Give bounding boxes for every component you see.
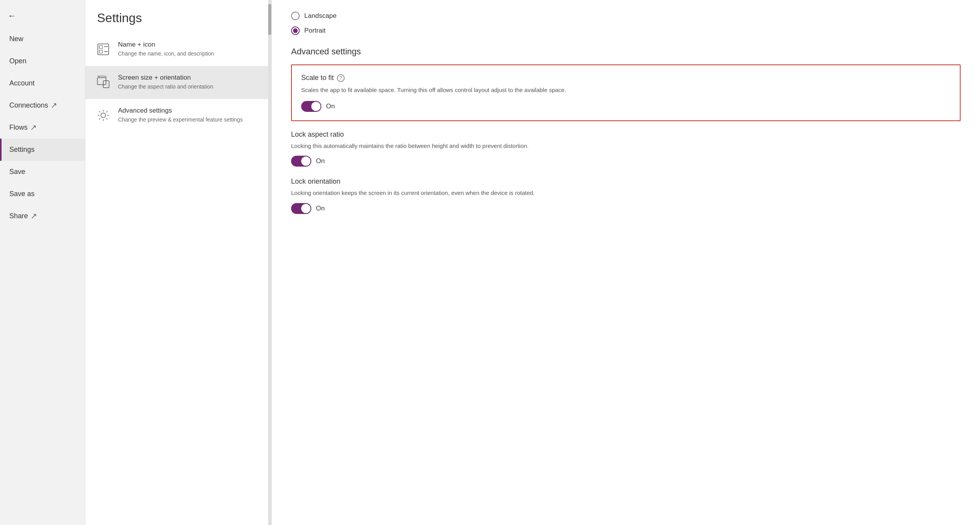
scale-to-fit-card: Scale to fit ? Scales the app to fit ava… (291, 64, 961, 121)
sidebar-item-open-label: Open (9, 57, 26, 65)
lock-aspect-ratio-title: Lock aspect ratio (291, 130, 961, 139)
back-arrow-icon: ← (8, 11, 16, 21)
scale-to-fit-toggle-row: On (301, 101, 951, 112)
settings-menu-item-advanced-settings[interactable]: Advanced settingsChange the preview & ex… (85, 99, 271, 132)
sidebar-item-save-as[interactable]: Save as (0, 183, 85, 205)
sidebar-item-account[interactable]: Account (0, 72, 85, 94)
sidebar-item-flows-external-icon (31, 125, 36, 130)
sidebar-item-account-label: Account (9, 79, 35, 87)
scale-to-fit-help-icon[interactable]: ? (337, 74, 345, 82)
sidebar-item-connections-external-icon (51, 103, 57, 108)
content-panel: Landscape Portrait Advanced settings Sca… (272, 0, 980, 525)
scale-to-fit-toggle-label: On (326, 103, 335, 110)
lock-orientation-title: Lock orientation (291, 177, 961, 186)
toggle-thumb-2 (301, 156, 310, 166)
lock-orientation-toggle-label: On (316, 205, 325, 212)
orientation-radio-group: Landscape Portrait (291, 12, 961, 35)
lock-orientation-desc: Locking orientation keeps the screen in … (291, 189, 961, 198)
sidebar-item-share-label: Share (9, 212, 28, 220)
sidebar-item-flows-label: Flows (9, 123, 28, 132)
sidebar-item-save[interactable]: Save (0, 161, 85, 183)
lock-aspect-ratio-toggle[interactable] (291, 156, 311, 167)
lock-aspect-ratio-desc: Locking this automatically maintains the… (291, 142, 961, 151)
sidebar-item-settings[interactable]: Settings (0, 139, 85, 161)
lock-orientation-toggle-row: On (291, 203, 961, 214)
portrait-label: Portrait (304, 27, 326, 35)
sidebar-item-connections[interactable]: Connections (0, 94, 85, 116)
settings-menu-title-name-icon: Name + icon (118, 41, 214, 49)
settings-menu-desc-screen-size: Change the aspect ratio and orientation (118, 83, 213, 90)
settings-menu-item-screen-size[interactable]: Screen size + orientationChange the aspe… (85, 66, 271, 99)
sidebar-item-save-label: Save (9, 168, 25, 176)
svg-rect-2 (99, 50, 102, 53)
settings-menu-text-advanced-settings: Advanced settingsChange the preview & ex… (118, 107, 243, 123)
sidebar-item-open[interactable]: Open (0, 50, 85, 72)
portrait-radio-circle[interactable] (291, 26, 300, 35)
settings-menu-icon-name-icon (95, 41, 112, 58)
landscape-label: Landscape (304, 12, 336, 20)
scale-to-fit-desc: Scales the app to fit available space. T… (301, 86, 951, 95)
settings-middle-panel: Settings Name + iconChange the name, ico… (85, 0, 272, 525)
back-button[interactable]: ← (0, 4, 85, 28)
sidebar-item-new[interactable]: New (0, 28, 85, 50)
sidebar-item-new-label: New (9, 35, 23, 43)
sidebar: ← NewOpenAccountConnections Flows Settin… (0, 0, 85, 525)
landscape-radio[interactable]: Landscape (291, 12, 961, 20)
lock-orientation-block: Lock orientation Locking orientation kee… (291, 177, 961, 214)
scale-to-fit-title: Scale to fit ? (301, 74, 951, 82)
sidebar-item-flows[interactable]: Flows (0, 116, 85, 139)
svg-rect-1 (99, 45, 102, 49)
settings-menu-desc-name-icon: Change the name, icon, and description (118, 50, 214, 57)
settings-menu-desc-advanced-settings: Change the preview & experimental featur… (118, 116, 243, 123)
lock-aspect-ratio-toggle-row: On (291, 156, 961, 167)
portrait-radio[interactable]: Portrait (291, 26, 961, 35)
toggle-thumb-3 (301, 204, 310, 213)
svg-rect-5 (97, 78, 106, 85)
settings-menu-icon-screen-size (95, 74, 112, 91)
settings-menu-title-screen-size: Screen size + orientation (118, 74, 213, 82)
settings-menu-icon-advanced-settings (95, 107, 112, 124)
lock-aspect-ratio-toggle-label: On (316, 157, 325, 165)
advanced-settings-heading: Advanced settings (291, 47, 961, 57)
middle-scrollbar[interactable] (268, 0, 271, 525)
settings-menu-item-name-icon[interactable]: Name + iconChange the name, icon, and de… (85, 33, 271, 66)
sidebar-item-share-external-icon (31, 214, 36, 219)
settings-menu-text-name-icon: Name + iconChange the name, icon, and de… (118, 41, 214, 57)
settings-menu-text-screen-size: Screen size + orientationChange the aspe… (118, 74, 213, 90)
toggle-thumb (311, 102, 321, 111)
svg-point-10 (101, 113, 106, 118)
lock-orientation-toggle[interactable] (291, 203, 311, 214)
scale-to-fit-toggle[interactable] (301, 101, 321, 112)
sidebar-item-settings-label: Settings (9, 146, 35, 154)
landscape-radio-circle[interactable] (291, 12, 300, 20)
lock-aspect-ratio-block: Lock aspect ratio Locking this automatic… (291, 130, 961, 167)
scrollbar-thumb[interactable] (268, 4, 271, 35)
settings-menu-title-advanced-settings: Advanced settings (118, 107, 243, 115)
sidebar-item-connections-label: Connections (9, 101, 48, 110)
sidebar-item-share[interactable]: Share (0, 205, 85, 227)
settings-title: Settings (85, 0, 271, 33)
sidebar-item-save-as-label: Save as (9, 190, 35, 198)
